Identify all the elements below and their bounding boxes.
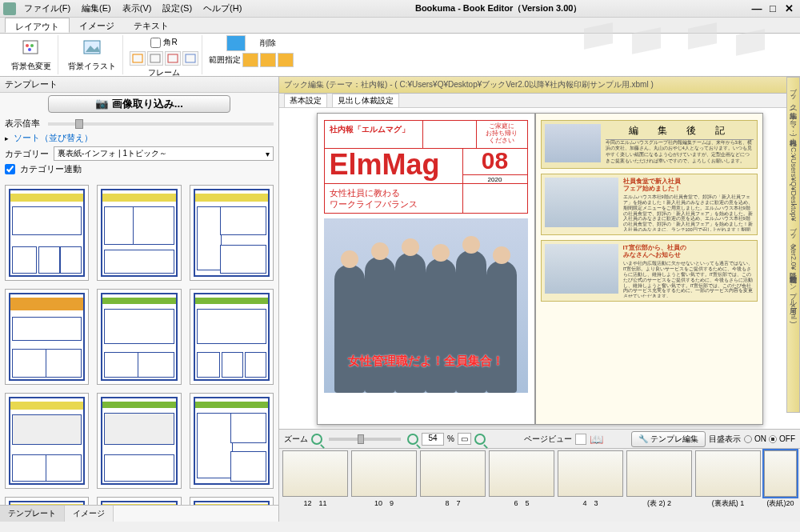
category-linked-checkbox[interactable] xyxy=(5,164,15,174)
left-tab-image[interactable]: イメージ xyxy=(65,506,114,522)
template-thumb[interactable] xyxy=(97,185,181,281)
svg-point-1 xyxy=(26,44,29,47)
zoom-in-icon[interactable] xyxy=(407,434,418,445)
ribbon-tab-text[interactable]: テキスト xyxy=(124,18,178,33)
cover-title: ElmMag xyxy=(325,149,463,183)
editor-area: ブック編集 (テーマ：社内報) - ( C:¥Users¥Q¥Desktop¥ブ… xyxy=(279,77,800,522)
template-thumb[interactable] xyxy=(97,393,181,489)
range-opt-1[interactable] xyxy=(242,53,258,67)
zoom-reset-icon[interactable] xyxy=(474,434,486,445)
template-grid: ✓ xyxy=(0,180,278,505)
menu-file[interactable]: ファイル(F) xyxy=(19,1,75,16)
page-thumb[interactable]: 6 5 xyxy=(489,450,554,509)
ribbon-tab-layout[interactable]: レイアウト xyxy=(5,18,70,33)
page-thumb[interactable]: (裏表紙) 1 xyxy=(695,450,761,509)
article-2-photo xyxy=(545,244,618,294)
back-page[interactable]: 編 集 後 記 今回のエルムハウスグループ社内報編集チームは、来年から3名、横浜… xyxy=(535,113,763,425)
template-thumb[interactable] xyxy=(190,185,274,281)
svg-point-2 xyxy=(30,44,34,47)
range-opt-3[interactable] xyxy=(278,53,294,67)
article-2-body: いまや社内広報活動に欠かせないといっても過言ではない、IT宣伝部。より良いサービ… xyxy=(623,261,754,298)
menu-settings[interactable]: 設定(S) xyxy=(158,1,197,16)
editorial-photo xyxy=(545,124,601,162)
editorial-title: 編 集 後 記 xyxy=(606,124,754,140)
template-thumb[interactable] xyxy=(190,289,274,385)
template-thumb[interactable] xyxy=(5,289,89,385)
range-primary[interactable] xyxy=(226,35,246,51)
menu-edit[interactable]: 編集(E) xyxy=(77,1,116,16)
category-label: カテゴリー xyxy=(5,148,49,160)
page-strip: 12 11 10 9 8 7 6 5 4 3 (表 2) 2 (裏表紙) 1 (… xyxy=(279,448,800,522)
pageview-label: ページビュー xyxy=(524,434,572,445)
frame-style-4[interactable] xyxy=(182,51,198,66)
doc-toolbar-basic[interactable]: 基本設定 xyxy=(284,94,327,108)
frame-style-3[interactable] xyxy=(165,51,181,66)
ruler-off-radio[interactable] xyxy=(769,435,777,443)
frame-style-2[interactable] xyxy=(147,51,163,66)
palette-icon xyxy=(20,37,42,59)
menu-help[interactable]: ヘルプ(H) xyxy=(198,1,246,16)
template-thumb[interactable] xyxy=(5,497,89,505)
category-linked-label: カテゴリー連動 xyxy=(20,163,82,175)
ruler-on-radio[interactable] xyxy=(744,435,752,443)
left-panel: テンプレート 📷 画像取り込み... 表示倍率 ▸ソート（並び替え） カテゴリー… xyxy=(0,77,279,522)
doc-toolbar-heading[interactable]: 見出し体裁設定 xyxy=(332,94,399,108)
cover-mag-ja: 社内報「エルムマグ」 xyxy=(325,121,423,148)
document-path-header: ブック編集 (テーマ：社内報) - ( C:¥Users¥Q¥Desktop¥ブ… xyxy=(279,77,800,94)
frame-style-1[interactable] xyxy=(130,51,146,66)
article-1-body: エルムハウス本社9階の社員食堂で、好評の「新入社員フェア」を始めました！新入社員… xyxy=(623,194,754,231)
window-minimize[interactable]: — xyxy=(750,2,763,14)
canvas[interactable]: 社内報「エルムマグ」 ご家庭にお持ち帰りください ElmMag 08 2020 xyxy=(279,108,800,429)
app-icon xyxy=(3,2,16,15)
corner-r-checkbox[interactable] xyxy=(150,38,161,48)
template-edit-button[interactable]: 🔧 テンプレ編集 xyxy=(631,431,706,447)
bg-color-label: 背景色変更 xyxy=(11,61,51,72)
cover-page[interactable]: 社内報「エルムマグ」 ご家庭にお持ち帰りください ElmMag 08 2020 xyxy=(317,113,535,425)
range-opt-2[interactable] xyxy=(260,53,276,67)
page-thumb[interactable]: 4 3 xyxy=(558,450,623,509)
page-thumb[interactable]: 10 9 xyxy=(351,450,417,509)
window-close[interactable]: ✕ xyxy=(782,2,795,14)
window-maximize[interactable]: □ xyxy=(766,2,779,14)
zoom-value[interactable]: 54 xyxy=(422,433,444,446)
zoom-slider[interactable] xyxy=(329,438,401,441)
page-thumb[interactable]: 8 7 xyxy=(420,450,486,509)
menu-view[interactable]: 表示(V) xyxy=(118,1,157,16)
template-thumb[interactable] xyxy=(5,393,89,489)
cover-year: 2020 xyxy=(463,174,527,183)
corner-r-label: 角R xyxy=(163,37,177,48)
cover-photo: 女性管理職だよ！全員集合！ xyxy=(324,218,528,393)
template-thumb[interactable] xyxy=(190,497,274,505)
app-title: Bookuma - Book Editor（Version 3.00） xyxy=(246,2,750,14)
range-label: 範囲指定 xyxy=(209,54,241,66)
template-thumb[interactable] xyxy=(190,393,274,489)
bg-color-button[interactable]: 背景色変更 xyxy=(8,35,54,74)
bg-illust-button[interactable]: 背景イラスト xyxy=(65,35,119,74)
sort-link[interactable]: ソート（並び替え） xyxy=(14,132,93,144)
left-tab-template[interactable]: テンプレート xyxy=(0,506,65,522)
template-thumb[interactable] xyxy=(97,289,181,385)
category-dropdown[interactable]: 裏表紙-インフォ | 1トピック～▾ xyxy=(54,146,274,161)
fit-width-button[interactable]: ▭ xyxy=(458,433,471,445)
svg-rect-6 xyxy=(133,54,142,62)
side-document-tab[interactable]: ブック編集 (テーマ：社内報) - ( C:¥Users¥Q¥Desktop¥ブ… xyxy=(786,77,800,413)
page-thumb[interactable]: (表 2) 2 xyxy=(626,450,692,509)
zoom-pct-unit: % xyxy=(447,434,454,443)
ribbon-tab-image[interactable]: イメージ xyxy=(70,18,124,33)
display-rate-label: 表示倍率 xyxy=(5,118,43,130)
ruler-label: 目盛表示 xyxy=(709,434,741,445)
editorial-body: 今回のエルムハウスグループ社内報編集チームは、来年から3名、横浜の支社、加藤さん… xyxy=(606,140,754,165)
image-import-button[interactable]: 📷 画像取り込み... xyxy=(48,95,230,113)
cover-subtitle: 女性社員に教わるワークライフバランス xyxy=(325,184,463,214)
template-thumb[interactable] xyxy=(5,185,89,281)
page-thumb-selected[interactable]: (表紙)20 xyxy=(764,450,797,509)
cover-note: ご家庭にお持ち帰りください xyxy=(476,121,527,148)
display-rate-slider[interactable] xyxy=(48,122,274,126)
page-thumb[interactable]: 12 11 xyxy=(282,450,348,509)
cover-headline: 女性管理職だよ！全員集合！ xyxy=(324,354,528,369)
pageview-book-icon[interactable]: 📖 xyxy=(590,433,603,446)
template-thumb[interactable] xyxy=(97,497,181,505)
zoom-out-icon[interactable] xyxy=(311,434,322,445)
article-1-title: 社員食堂で新入社員フェア始めました！ xyxy=(623,178,754,193)
pageview-single[interactable] xyxy=(575,434,586,445)
